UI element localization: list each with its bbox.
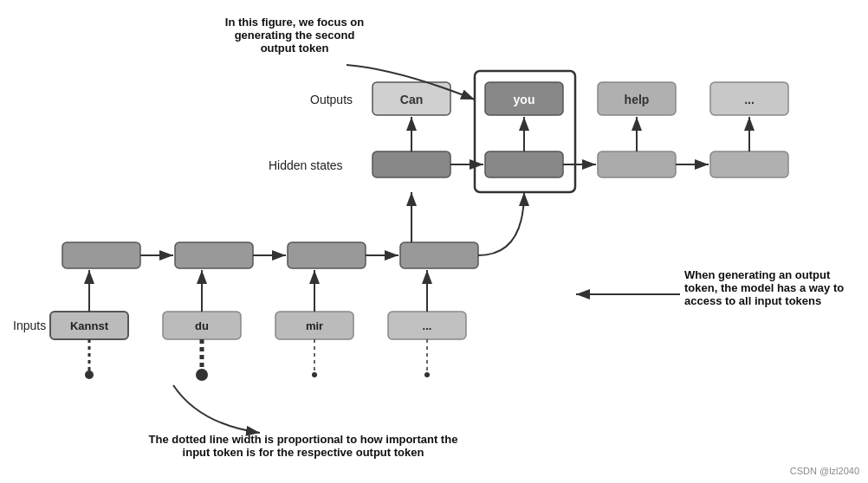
svg-point-48 [312,372,317,377]
svg-rect-13 [710,151,788,177]
svg-text:...: ... [423,319,432,332]
svg-point-49 [424,372,430,377]
svg-point-47 [196,369,208,381]
svg-text:you: you [514,93,535,106]
diagram: Can you help ... [0,0,868,483]
svg-rect-24 [288,242,366,268]
watermark: CSDN @lzl2040 [790,466,859,476]
svg-rect-25 [400,242,478,268]
annotation-right: When generating an output token, the mod… [684,268,858,307]
svg-rect-22 [62,242,140,268]
svg-text:mir: mir [306,319,323,332]
hidden-states-label: Hidden states [269,158,343,172]
svg-text:Can: Can [400,93,423,106]
inputs-label: Inputs [13,319,46,332]
svg-text:...: ... [744,93,755,106]
svg-text:help: help [625,93,650,106]
annotation-top: In this figure, we focus on generating t… [199,16,390,55]
svg-text:Kannst: Kannst [70,319,109,332]
outputs-label: Outputs [310,93,353,106]
svg-rect-11 [485,151,563,177]
svg-point-46 [85,370,94,379]
annotation-bottom: The dotted line width is proportional to… [69,433,537,459]
svg-rect-23 [175,242,253,268]
svg-rect-10 [372,151,450,177]
svg-rect-12 [598,151,676,177]
svg-text:du: du [195,319,209,332]
